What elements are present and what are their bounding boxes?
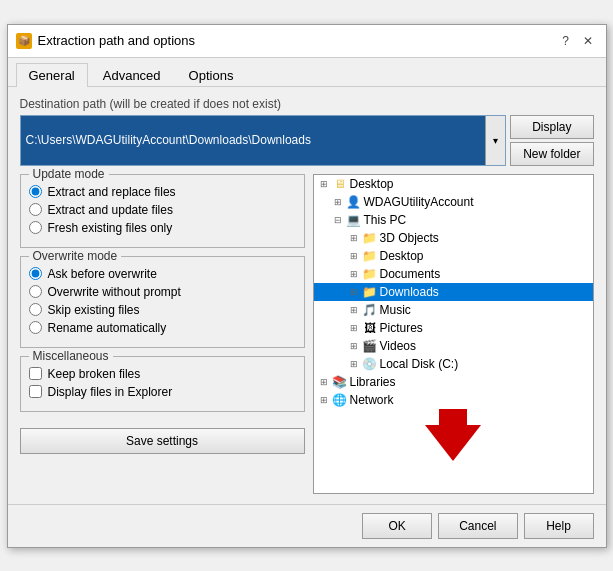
radio-fresh-only[interactable]: Fresh existing files only xyxy=(29,221,296,235)
misc-group: Miscellaneous Keep broken files Display … xyxy=(20,356,305,412)
arrow-area xyxy=(314,413,593,473)
radio-extract-replace[interactable]: Extract and replace files xyxy=(29,185,296,199)
tab-options[interactable]: Options xyxy=(176,63,247,87)
tree-label-network: Network xyxy=(350,393,394,407)
radio-fresh-only-label: Fresh existing files only xyxy=(48,221,173,235)
expander-music[interactable]: ⊞ xyxy=(346,302,362,318)
disk-icon: 💿 xyxy=(362,356,378,372)
misc-label: Miscellaneous xyxy=(29,349,113,363)
dialog-title: Extraction path and options xyxy=(38,33,550,48)
radio-rename-auto[interactable]: Rename automatically xyxy=(29,321,296,335)
pc-icon: 💻 xyxy=(346,212,362,228)
destination-row: ▾ Display New folder xyxy=(20,115,594,166)
title-bar: 📦 Extraction path and options ? ✕ xyxy=(8,25,606,58)
tree-label-docs: Documents xyxy=(380,267,441,281)
expander-docs[interactable]: ⊞ xyxy=(346,266,362,282)
destination-dropdown[interactable]: ▾ xyxy=(485,116,505,165)
tree-item-libraries[interactable]: ⊞ 📚 Libraries xyxy=(314,373,593,391)
video-icon: 🎬 xyxy=(362,338,378,354)
display-button[interactable]: Display xyxy=(510,115,593,139)
tree-label-wdag: WDAGUtilityAccount xyxy=(364,195,474,209)
help-bottom-button[interactable]: Help xyxy=(524,513,594,539)
radio-overwrite-no-prompt-label: Overwrite without prompt xyxy=(48,285,181,299)
tree-label-desktop2: Desktop xyxy=(380,249,424,263)
radio-overwrite-no-prompt[interactable]: Overwrite without prompt xyxy=(29,285,296,299)
tree-item-wdag[interactable]: ⊞ 👤 WDAGUtilityAccount xyxy=(314,193,593,211)
radio-skip-existing-label: Skip existing files xyxy=(48,303,140,317)
dialog: 📦 Extraction path and options ? ✕ Genera… xyxy=(7,24,607,548)
tab-general[interactable]: General xyxy=(16,63,88,87)
tree-label-3dobj: 3D Objects xyxy=(380,231,439,245)
update-mode-label: Update mode xyxy=(29,167,109,181)
help-button[interactable]: ? xyxy=(556,31,576,51)
check-display-explorer[interactable]: Display files in Explorer xyxy=(29,385,296,399)
tree-item-desktop[interactable]: ⊞ 🖥 Desktop xyxy=(314,175,593,193)
expander-network[interactable]: ⊞ xyxy=(316,392,332,408)
tree-label-thispc: This PC xyxy=(364,213,407,227)
music-icon: 🎵 xyxy=(362,302,378,318)
tree-item-desktop2[interactable]: ⊞ 📁 Desktop xyxy=(314,247,593,265)
tree-item-localdisk[interactable]: ⊞ 💿 Local Disk (C:) xyxy=(314,355,593,373)
tree-label-videos: Videos xyxy=(380,339,416,353)
radio-extract-update[interactable]: Extract and update files xyxy=(29,203,296,217)
radio-ask-overwrite[interactable]: Ask before overwrite xyxy=(29,267,296,281)
cancel-button[interactable]: Cancel xyxy=(438,513,517,539)
expander-desktop[interactable]: ⊞ xyxy=(316,176,332,192)
pictures-icon: 🖼 xyxy=(362,320,378,336)
network-icon: 🌐 xyxy=(332,392,348,408)
expander-libraries[interactable]: ⊞ xyxy=(316,374,332,390)
radio-rename-auto-label: Rename automatically xyxy=(48,321,167,335)
expander-downloads[interactable]: ⊞ xyxy=(346,284,362,300)
expander-desktop2[interactable]: ⊞ xyxy=(346,248,362,264)
new-folder-button[interactable]: New folder xyxy=(510,142,593,166)
destination-input-wrap: ▾ xyxy=(20,115,507,166)
tree-item-music[interactable]: ⊞ 🎵 Music xyxy=(314,301,593,319)
tree-item-documents[interactable]: ⊞ 📁 Documents xyxy=(314,265,593,283)
expander-wdag[interactable]: ⊞ xyxy=(330,194,346,210)
tree-label-libraries: Libraries xyxy=(350,375,396,389)
tree-label-pictures: Pictures xyxy=(380,321,423,335)
tree-label-music: Music xyxy=(380,303,411,317)
close-button[interactable]: ✕ xyxy=(578,31,598,51)
folder-icon-downloads: 📁 xyxy=(362,284,378,300)
tab-advanced[interactable]: Advanced xyxy=(90,63,174,87)
radio-extract-replace-label: Extract and replace files xyxy=(48,185,176,199)
tree-item-thispc[interactable]: ⊟ 💻 This PC xyxy=(314,211,593,229)
overwrite-mode-group: Overwrite mode Ask before overwrite Over… xyxy=(20,256,305,348)
left-panel: Update mode Extract and replace files Ex… xyxy=(20,174,305,494)
save-btn-row: Save settings xyxy=(20,428,305,454)
destination-input[interactable] xyxy=(21,116,486,165)
expander-pictures[interactable]: ⊞ xyxy=(346,320,362,336)
bottom-bar: OK Cancel Help xyxy=(8,504,606,547)
tree-item-network[interactable]: ⊞ 🌐 Network xyxy=(314,391,593,409)
radio-extract-update-label: Extract and update files xyxy=(48,203,173,217)
tree-item-3dobj[interactable]: ⊞ 📁 3D Objects xyxy=(314,229,593,247)
overwrite-mode-label: Overwrite mode xyxy=(29,249,122,263)
tree-item-pictures[interactable]: ⊞ 🖼 Pictures xyxy=(314,319,593,337)
tree-label-localdisk: Local Disk (C:) xyxy=(380,357,459,371)
side-buttons: Display New folder xyxy=(510,115,593,166)
expander-thispc[interactable]: ⊟ xyxy=(330,212,346,228)
expander-3dobj[interactable]: ⊞ xyxy=(346,230,362,246)
check-display-explorer-label: Display files in Explorer xyxy=(48,385,173,399)
folder-tree[interactable]: ⊞ 🖥 Desktop ⊞ 👤 WDAGUtilityAccount ⊟ 💻 T… xyxy=(313,174,594,494)
folder-icon-docs: 📁 xyxy=(362,266,378,282)
expander-localdisk[interactable]: ⊞ xyxy=(346,356,362,372)
folder-icon-desktop: 🖥 xyxy=(332,176,348,192)
save-settings-button[interactable]: Save settings xyxy=(20,428,305,454)
check-keep-broken[interactable]: Keep broken files xyxy=(29,367,296,381)
tree-item-videos[interactable]: ⊞ 🎬 Videos xyxy=(314,337,593,355)
title-controls: ? ✕ xyxy=(556,31,598,51)
destination-label: Destination path (will be created if doe… xyxy=(20,97,594,111)
main-content: Destination path (will be created if doe… xyxy=(8,87,606,504)
tree-item-downloads[interactable]: ⊞ 📁 Downloads xyxy=(314,283,593,301)
tree-label-desktop: Desktop xyxy=(350,177,394,191)
down-arrow xyxy=(425,425,481,461)
tree-label-downloads: Downloads xyxy=(380,285,439,299)
folder-icon-desktop2: 📁 xyxy=(362,248,378,264)
radio-skip-existing[interactable]: Skip existing files xyxy=(29,303,296,317)
expander-videos[interactable]: ⊞ xyxy=(346,338,362,354)
ok-button[interactable]: OK xyxy=(362,513,432,539)
user-icon: 👤 xyxy=(346,194,362,210)
check-keep-broken-label: Keep broken files xyxy=(48,367,141,381)
